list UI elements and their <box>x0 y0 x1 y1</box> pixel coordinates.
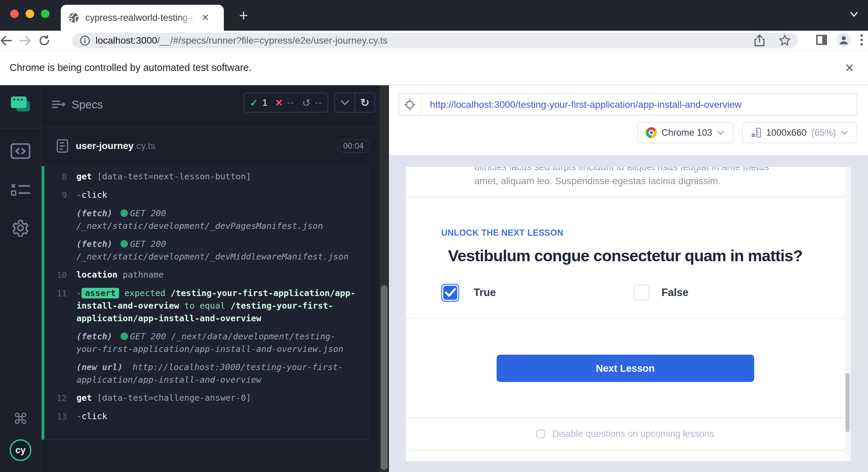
spec-file-icon <box>57 139 68 153</box>
reload-button-icon[interactable] <box>38 34 57 47</box>
answer-false-option[interactable]: False <box>625 282 810 304</box>
passed-check-icon: ✓ <box>250 97 258 109</box>
failed-x-icon: ✕ <box>275 97 283 108</box>
tab-close-icon[interactable]: ✕ <box>201 13 209 23</box>
back-button-icon[interactable] <box>0 35 19 46</box>
omnibox[interactable]: localhost:3000/__/#/specs/runner?file=cy… <box>72 33 798 48</box>
answer-true-checkbox[interactable] <box>441 284 459 302</box>
answer-true-option[interactable]: True <box>441 282 625 304</box>
log-line-number: 12 <box>44 392 67 404</box>
crosshair-icon <box>404 99 416 110</box>
log-row[interactable]: 8get [data-test=next-lesson-button] <box>44 170 370 183</box>
aut-viewport: ultricies lacus sed turpis tincidunt id … <box>389 155 868 472</box>
specs-list-icon <box>52 100 66 109</box>
banner-close-icon[interactable]: ✕ <box>845 62 855 74</box>
log-line-number <box>44 330 67 355</box>
bookmark-star-icon[interactable] <box>779 34 791 47</box>
reporter-scrollbar-thumb[interactable] <box>381 285 388 470</box>
section-divider <box>406 417 844 418</box>
log-line-number: 11 <box>44 287 67 325</box>
answer-false-checkbox[interactable] <box>634 285 649 300</box>
tab-overflow-chevron-icon[interactable] <box>848 10 860 18</box>
new-tab-button[interactable]: + <box>235 8 252 24</box>
aut-url-text[interactable]: http://localhost:3000/testing-your-first… <box>430 99 742 110</box>
aut-url-bar[interactable]: http://localhost:3000/testing-your-first… <box>399 93 857 116</box>
spec-file-name: user-journey.cy.ts <box>76 141 155 151</box>
log-line-number <box>44 207 67 232</box>
log-entry-text: -click <box>76 189 360 202</box>
maximize-window-button[interactable] <box>41 10 49 18</box>
reporter-scrollbar-track[interactable] <box>379 85 389 472</box>
rerun-tests-button[interactable]: ↻ <box>355 93 375 112</box>
log-row[interactable]: (fetch)GET 200 /_next/static/development… <box>44 238 370 263</box>
viewport-size-label: 1000x660 <box>766 128 807 138</box>
aut-scrollbar-track[interactable] <box>844 167 851 461</box>
share-icon[interactable] <box>754 34 765 47</box>
command-log[interactable]: 8get [data-test=next-lesson-button]9-cli… <box>42 166 370 440</box>
log-row[interactable]: (new url) http://localhost:3000/testing-… <box>44 361 370 386</box>
log-line-number: 13 <box>44 410 67 423</box>
aut-scrollbar-thumb[interactable] <box>845 373 850 432</box>
browser-code-icon <box>11 143 30 159</box>
log-row[interactable]: 9-click <box>44 189 370 202</box>
lesson-paragraph: amet, aliquam leo. Suspendisse egestas l… <box>474 174 795 188</box>
selector-playground-button[interactable] <box>399 94 421 115</box>
specs-title[interactable]: Specs <box>52 98 103 111</box>
unlock-label: UNLOCK THE NEXT LESSON <box>441 228 563 238</box>
browser-titlebar: cypress-realworld-testing-cou ✕ + <box>0 0 868 31</box>
log-row[interactable]: 12get [data-test=challenge-answer-0] <box>44 392 370 404</box>
success-dot-icon <box>120 209 128 217</box>
disable-questions-label: Disable questions on upcoming lessons <box>552 429 714 439</box>
section-divider <box>406 318 844 319</box>
disable-questions-row[interactable]: Disable questions on upcoming lessons <box>406 424 844 444</box>
chrome-logo-icon <box>646 127 657 138</box>
collapse-tests-button[interactable] <box>335 93 355 112</box>
refresh-icon: ↻ <box>360 96 370 109</box>
spec-file-ext: .cy.ts <box>134 141 155 151</box>
log-line-number: 9 <box>44 189 67 202</box>
cypress-logo[interactable]: cy <box>0 439 41 461</box>
spec-file-row[interactable]: user-journey.cy.ts 00:04 <box>42 136 379 157</box>
pending-count: -- <box>315 98 322 108</box>
browser-menu-icon[interactable] <box>860 33 863 46</box>
success-dot-icon <box>120 333 128 340</box>
checkmark-icon <box>445 288 456 297</box>
log-row[interactable]: 11-assert expected /testing-your-first-a… <box>44 287 370 325</box>
keyboard-shortcuts-button[interactable]: ⌘ <box>0 410 41 427</box>
disable-questions-checkbox[interactable] <box>536 430 545 438</box>
sidebar-item-settings[interactable] <box>0 219 41 237</box>
log-row[interactable]: (fetch)GET 200 /_next/data/development/t… <box>44 330 370 355</box>
lesson-card: ultricies lacus sed turpis tincidunt id … <box>406 167 844 461</box>
close-window-button[interactable] <box>10 10 19 18</box>
log-line-number <box>44 361 67 386</box>
minimize-window-button[interactable] <box>26 10 34 18</box>
log-row[interactable]: 13-click <box>44 410 370 423</box>
sidebar-item-runs[interactable] <box>0 182 41 198</box>
profile-avatar[interactable] <box>837 33 851 47</box>
answer-false-label[interactable]: False <box>662 286 689 299</box>
browser-tab[interactable]: cypress-realworld-testing-cou ✕ <box>61 5 224 31</box>
url-host: localhost:3000 <box>96 35 157 46</box>
viewport-ruler-icon <box>751 128 761 138</box>
side-panel-icon[interactable] <box>815 34 828 46</box>
test-stats[interactable]: ✓ 1 ✕ -- ↺ -- <box>244 93 328 113</box>
answer-true-label[interactable]: True <box>474 286 496 299</box>
log-line-number: 8 <box>44 170 67 183</box>
log-line-number: 10 <box>44 268 67 281</box>
url-text[interactable]: localhost:3000/__/#/specs/runner?file=cy… <box>96 35 747 46</box>
log-entry-text: get [data-test=challenge-answer-0] <box>76 392 360 404</box>
forward-button-icon[interactable] <box>19 35 38 46</box>
next-lesson-button[interactable]: Next Lesson <box>496 355 754 382</box>
log-row[interactable]: (fetch)GET 200 /_next/static/development… <box>44 207 370 232</box>
page-info-icon[interactable] <box>79 35 91 46</box>
sidebar-item-specs[interactable] <box>0 143 41 159</box>
clipped-paragraph: ultricies lacus sed turpis tincidunt id … <box>474 167 781 173</box>
checklist-icon <box>11 182 30 198</box>
log-row[interactable]: 10location pathname <box>44 268 370 281</box>
run-controls: ↻ <box>334 93 375 113</box>
browser-select-dropdown[interactable]: Chrome 103 <box>637 122 734 143</box>
log-entry-text: get [data-test=next-lesson-button] <box>76 170 360 183</box>
viewport-select-dropdown[interactable]: 1000x660 (65%) <box>742 122 857 143</box>
sidebar-item-spec-runner[interactable] <box>0 97 41 112</box>
specs-panel: Specs ✓ 1 ✕ -- ↺ -- ↻ user-journey.c <box>42 85 379 472</box>
